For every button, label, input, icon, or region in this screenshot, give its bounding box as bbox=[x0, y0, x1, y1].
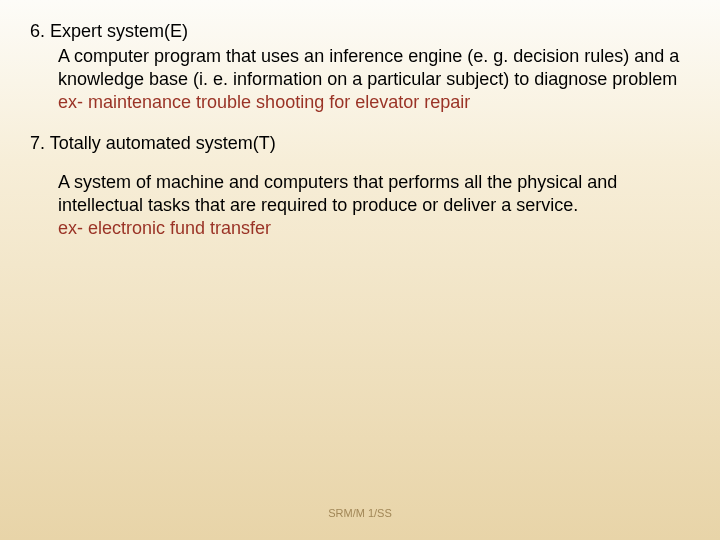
section-7: 7. Totally automated system(T) A system … bbox=[30, 132, 690, 240]
section-6-heading: 6. Expert system(E) bbox=[30, 20, 690, 43]
section-6: 6. Expert system(E) A computer program t… bbox=[30, 20, 690, 114]
section-6-example: ex- maintenance trouble shooting for ele… bbox=[58, 91, 690, 114]
section-7-example: ex- electronic fund transfer bbox=[58, 217, 690, 240]
section-7-body: A system of machine and computers that p… bbox=[58, 171, 690, 217]
section-6-body: A computer program that uses an inferenc… bbox=[58, 45, 690, 91]
section-7-heading: 7. Totally automated system(T) bbox=[30, 132, 690, 155]
slide-footer: SRM/M 1/SS bbox=[0, 506, 720, 520]
